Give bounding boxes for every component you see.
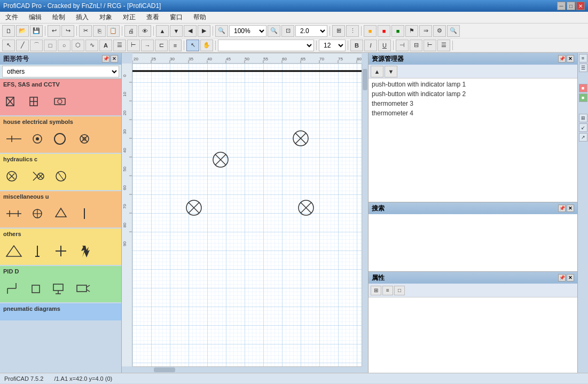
arrow-down-button[interactable]: ▼ <box>170 25 183 37</box>
menu-draw[interactable]: 绘制 <box>49 12 68 23</box>
sym-others-2[interactable] <box>27 241 48 261</box>
sym-hyd-3[interactable] <box>50 167 72 186</box>
font-size-select[interactable]: 12 <box>319 40 346 51</box>
far-btn-4[interactable]: ■ <box>579 93 587 102</box>
cat-header-house[interactable]: house electrical symbols <box>0 116 121 127</box>
text-tool[interactable]: A <box>99 40 112 51</box>
far-btn-6[interactable]: ↙ <box>579 123 587 132</box>
arrow2-tool[interactable]: → <box>141 40 154 51</box>
canvas-container[interactable]: 20 25 30 35 40 45 50 55 60 <box>122 53 368 373</box>
sym-misc-3[interactable] <box>50 204 72 223</box>
menu-insert[interactable]: 插入 <box>73 12 92 23</box>
left-panel-pin[interactable]: 📌 <box>102 55 109 62</box>
menu-view[interactable]: 查看 <box>143 12 162 23</box>
resource-pin[interactable]: 📌 <box>558 55 566 62</box>
cat-header-hydraulics[interactable]: hydraulics c <box>0 154 121 164</box>
symbol-filter-select[interactable]: others EFS, SAS and CCTV house electrica… <box>2 66 119 77</box>
line-tool[interactable]: ╱ <box>16 40 29 51</box>
grid-select[interactable]: 2.0 1.0 5.0 <box>295 25 327 37</box>
undo-button[interactable]: ↩ <box>48 25 60 37</box>
resource-item-1[interactable]: push-button with indicator lamp 1 <box>370 80 576 89</box>
cat-header-efs[interactable]: EFS, SAS and CCTV <box>0 79 121 90</box>
snap-button[interactable]: ⋮ <box>346 25 359 37</box>
align-right-button[interactable]: ⊢ <box>424 40 436 51</box>
resource-down-button[interactable]: ▼ <box>385 66 397 77</box>
zoom-select[interactable]: 100% 75% 150% <box>229 25 266 37</box>
scroll-thumb-horizontal[interactable] <box>154 367 175 372</box>
color1-button[interactable]: ■ <box>364 25 377 37</box>
select-tool[interactable]: ↖ <box>2 40 15 51</box>
justify-button[interactable]: ☰ <box>437 40 450 51</box>
new-button[interactable]: 🗋 <box>2 25 15 37</box>
props-btn-1[interactable]: ⊞ <box>371 286 381 295</box>
far-btn-5[interactable]: ⊞ <box>579 114 587 122</box>
dim-tool[interactable]: ⊢ <box>127 40 140 51</box>
sym-others-1[interactable] <box>3 241 25 261</box>
props-btn-3[interactable]: □ <box>394 286 405 295</box>
italic-button[interactable]: I <box>364 40 377 51</box>
zoom-out-button[interactable]: 🔍 <box>268 25 280 37</box>
printprev-button[interactable]: 👁 <box>138 25 151 37</box>
bus-tool[interactable]: ≡ <box>169 40 182 51</box>
curve-tool[interactable]: ⌒ <box>30 40 43 51</box>
bezier-tool[interactable]: ∿ <box>85 40 98 51</box>
save-button[interactable]: 💾 <box>30 25 43 37</box>
sym-efs-3[interactable] <box>50 92 72 111</box>
hand-tool[interactable]: ✋ <box>200 40 213 51</box>
restore-button[interactable]: □ <box>567 2 575 10</box>
far-btn-1[interactable]: ≡ <box>579 54 587 62</box>
menu-window[interactable]: 窗口 <box>167 12 186 23</box>
resource-close[interactable]: ✕ <box>567 55 574 62</box>
settings-button[interactable]: ⚙ <box>433 25 446 37</box>
sym-pid-3[interactable] <box>50 279 72 298</box>
align-center-button[interactable]: ⊟ <box>410 40 422 51</box>
sym-pid-4[interactable] <box>74 279 95 298</box>
sym-efs-2[interactable] <box>27 92 48 111</box>
sym-others-4[interactable] <box>74 241 95 261</box>
redo-button[interactable]: ↪ <box>61 25 74 37</box>
sym-pid-2[interactable] <box>27 279 48 298</box>
menu-edit[interactable]: 编辑 <box>26 12 45 23</box>
resource-item-3[interactable]: thermometer 3 <box>370 99 576 108</box>
pointer-tool[interactable]: ↖ <box>186 40 199 51</box>
bold-button[interactable]: B <box>350 40 363 51</box>
ellipse-tool[interactable]: ○ <box>58 40 70 51</box>
search-pin[interactable]: 📌 <box>558 205 566 212</box>
far-btn-2[interactable]: ☰ <box>579 64 587 72</box>
canvas-scrollbar-horizontal[interactable] <box>132 366 362 373</box>
left-panel-close[interactable]: ✕ <box>111 55 118 62</box>
close-button[interactable]: ✕ <box>576 2 585 10</box>
minimize-button[interactable]: ─ <box>557 2 566 10</box>
sym-house-3[interactable] <box>50 129 72 148</box>
props-btn-2[interactable]: ≡ <box>382 286 393 295</box>
export-button[interactable]: ⇒ <box>419 25 432 37</box>
color3-button[interactable]: ■ <box>391 25 404 37</box>
menu-help[interactable]: 帮助 <box>190 12 209 23</box>
arrow-right-button[interactable]: ▶ <box>198 25 210 37</box>
sym-house-2[interactable] <box>27 129 48 148</box>
underline-button[interactable]: U <box>378 40 391 51</box>
arrow-up-button[interactable]: ▲ <box>156 25 169 37</box>
scroll-thumb-vertical[interactable] <box>363 69 367 90</box>
props-pin[interactable]: 📌 <box>558 274 566 281</box>
polygon-tool[interactable]: ⬡ <box>72 40 84 51</box>
sym-misc-2[interactable] <box>27 204 48 223</box>
far-btn-3[interactable]: ■ <box>579 84 587 92</box>
cut-button[interactable]: ✂ <box>79 25 92 37</box>
sym-house-1[interactable] <box>3 129 25 148</box>
print-button[interactable]: 🖨 <box>124 25 137 37</box>
color2-button[interactable]: ■ <box>378 25 390 37</box>
sym-hyd-1[interactable] <box>3 167 25 186</box>
sym-misc-4[interactable] <box>74 204 95 223</box>
arrow-left-button[interactable]: ◀ <box>184 25 197 37</box>
font-name-select[interactable] <box>218 40 314 51</box>
search2-button[interactable]: 🔍 <box>447 25 460 37</box>
menu-align[interactable]: 对正 <box>120 12 139 23</box>
cat-header-misc[interactable]: miscellaneous u <box>0 191 121 202</box>
wire-tool[interactable]: ⊏ <box>155 40 168 51</box>
canvas-drawing[interactable] <box>132 64 362 366</box>
cat-header-others[interactable]: others <box>0 229 121 239</box>
cat-header-pid[interactable]: PID D <box>0 266 121 277</box>
zoom-in-button[interactable]: 🔍 <box>215 25 228 37</box>
sym-others-3[interactable] <box>50 241 72 261</box>
